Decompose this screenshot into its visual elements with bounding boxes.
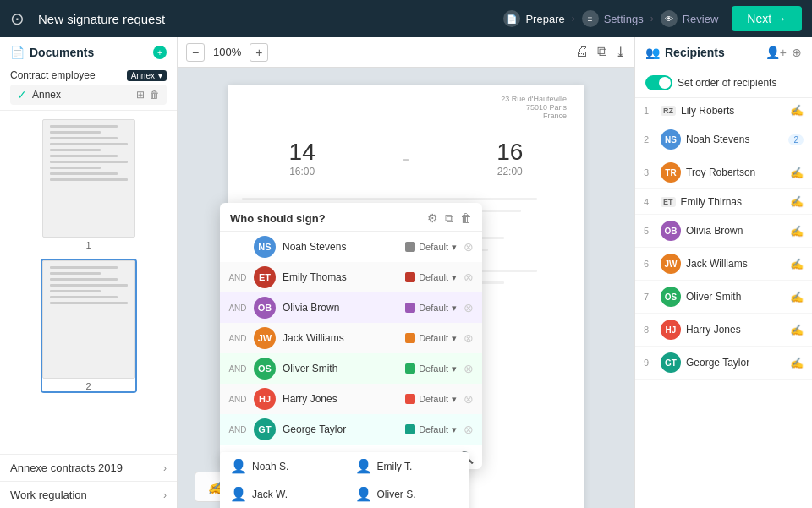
recipient-action-9[interactable]: ✍ <box>790 357 804 369</box>
type-box-5 <box>405 394 415 404</box>
annex-name: Annex <box>32 89 61 101</box>
sign-popup-title: Who should sign? <box>230 212 326 225</box>
step-settings-label: Settings <box>604 13 644 25</box>
recipient-list: 1 RZ Lily Roberts ✍ 2 NS Noah Stevens 2 … <box>635 98 812 508</box>
annex-delete-icon[interactable]: 🗑 <box>150 89 160 101</box>
step-arrow-2: › <box>650 13 654 25</box>
add-document-button[interactable]: + <box>153 46 167 59</box>
recipient-name-5: Olivia Brown <box>686 225 785 237</box>
download-icon[interactable]: ⤓ <box>615 44 626 60</box>
type-chevron-3: ▾ <box>452 333 457 344</box>
annex-badge[interactable]: Annex ▾ <box>127 70 167 81</box>
recipient-avatar-2: NS <box>661 129 681 150</box>
recipient-item-1: 1 RZ Lily Roberts ✍ <box>635 98 812 123</box>
recipient-action-4[interactable]: ✍ <box>790 195 804 208</box>
documents-section: 📄 Documents + <box>0 37 177 64</box>
date-end-time: 22:00 <box>497 166 523 178</box>
signer-type-4[interactable]: Default ▾ <box>405 363 457 374</box>
signer-remove-4[interactable]: ⊗ <box>464 362 474 375</box>
order-label: Set order of recipients <box>678 77 776 89</box>
signer-remove-3[interactable]: ⊗ <box>464 331 474 345</box>
recipients-menu-icon[interactable]: ⊕ <box>792 46 802 59</box>
step-settings[interactable]: ≡ Settings <box>582 10 644 27</box>
signer-type-0[interactable]: Default ▾ <box>405 242 457 253</box>
signer-remove-5[interactable]: ⊗ <box>464 392 474 406</box>
document-thumbnails: 1 2 <box>0 111 177 454</box>
suggestion-oliver[interactable]: 👤 Oliver S. <box>345 480 470 508</box>
recipient-name-6: Jack Williams <box>686 258 785 270</box>
signer-avatar-0: NS <box>254 236 276 258</box>
step-review[interactable]: 👁 Review <box>661 10 719 27</box>
recipient-item-6: 6 JW Jack Williams ✍ <box>635 248 812 281</box>
add-recipient-icon[interactable]: 👤+ <box>765 46 787 59</box>
recipient-item-7: 7 OS Oliver Smith ✍ <box>635 281 812 314</box>
signer-type-3[interactable]: Default ▾ <box>405 333 457 344</box>
type-box-4 <box>405 363 415 374</box>
signer-avatar-5: HJ <box>254 388 276 410</box>
signer-row-4: AND OS Oliver Smith Default ▾ ⊗ <box>220 353 482 384</box>
work-regulation-arrow-icon: › <box>163 489 167 501</box>
delete-popup-icon[interactable]: 🗑 <box>460 211 472 226</box>
signer-row-1: AND ET Emily Thomas Default ▾ ⊗ <box>220 262 482 292</box>
order-toggle-switch[interactable] <box>645 75 672 90</box>
print-icon[interactable]: 🖨 <box>575 44 589 60</box>
signer-type-5[interactable]: Default ▾ <box>405 394 457 405</box>
recipient-action-6[interactable]: ✍ <box>790 258 804 270</box>
recipients-panel: 👥 Recipients 👤+ ⊕ Set order of recipient… <box>634 37 812 508</box>
copy-popup-icon[interactable]: ⧉ <box>445 211 453 226</box>
signer-row-6: AND GT George Taylor Default ▾ ⊗ <box>220 414 482 445</box>
recipient-avatar-9: GT <box>661 352 681 373</box>
recipient-action-3[interactable]: ✍ <box>790 167 804 179</box>
recipient-action-8[interactable]: ✍ <box>790 324 804 336</box>
recipient-avatar-8: HJ <box>661 320 681 340</box>
signer-remove-0[interactable]: ⊗ <box>464 240 474 254</box>
recipients-title: 👥 Recipients <box>645 46 725 59</box>
step-prepare[interactable]: 📄 Prepare <box>503 10 564 27</box>
signer-avatar-6: GT <box>254 418 276 440</box>
recipient-name-4: Emily Thirnas <box>681 196 785 208</box>
header-steps: 📄 Prepare › ≡ Settings › 👁 Review <box>503 10 718 27</box>
signer-type-2[interactable]: Default ▾ <box>405 303 457 314</box>
signer-remove-2[interactable]: ⊗ <box>464 301 474 314</box>
recipient-badge-2: 2 <box>788 134 804 145</box>
recipient-name-1: Lily Roberts <box>681 105 785 117</box>
doc-thumb-2[interactable]: 2 <box>41 259 137 393</box>
annex-copy-icon[interactable]: ⊞ <box>136 89 145 101</box>
annexe-group-label: Annexe contracts 2019 <box>10 462 123 474</box>
signer-name-0: Noah Stevens <box>283 241 398 253</box>
canvas-scroll[interactable]: 23 Rue d'Hauteville75010 ParisFrance 14 … <box>178 68 634 508</box>
sidebar-group-work-regulation[interactable]: Work regulation › <box>0 481 177 508</box>
recipient-action-7[interactable]: ✍ <box>790 291 804 303</box>
suggestion-emily[interactable]: 👤 Emily T. <box>345 452 470 480</box>
sign-popup: Who should sign? ⚙ ⧉ 🗑 NS Noah Stevens D… <box>220 203 482 469</box>
header: ⊙ New signature request 📄 Prepare › ≡ Se… <box>0 0 812 37</box>
recipient-num-9: 9 <box>644 358 656 368</box>
suggestion-noah[interactable]: 👤 Noah S. <box>220 452 345 480</box>
settings-popup-icon[interactable]: ⚙ <box>427 211 438 226</box>
signer-remove-1[interactable]: ⊗ <box>464 270 474 284</box>
copy-icon[interactable]: ⧉ <box>597 44 606 60</box>
sidebar-group-annexe[interactable]: Annexe contracts 2019 › <box>0 454 177 481</box>
step-prepare-label: Prepare <box>525 13 564 25</box>
recipient-action-5[interactable]: ✍ <box>790 225 804 238</box>
sign-popup-actions: ⚙ ⧉ 🗑 <box>427 211 472 226</box>
recipient-action-1[interactable]: ✍ <box>790 104 804 117</box>
app-logo-icon[interactable]: ⊙ <box>10 8 25 29</box>
next-button[interactable]: Next → <box>732 6 802 31</box>
signer-row-5: AND HJ Harry Jones Default ▾ ⊗ <box>220 384 482 414</box>
doc-date-row: 14 16:00 - 16 22:00 <box>228 130 584 186</box>
type-chevron-4: ▾ <box>452 363 457 374</box>
doc-thumb-1[interactable]: 1 <box>41 117 137 252</box>
suggestion-jack[interactable]: 👤 Jack W. <box>220 480 345 508</box>
signer-type-1[interactable]: Default ▾ <box>405 272 457 283</box>
recipient-initials-1: RZ <box>661 106 676 116</box>
signer-type-6[interactable]: Default ▾ <box>405 424 457 435</box>
recipient-num-8: 8 <box>644 325 656 335</box>
suggestion-emily-icon: 👤 <box>355 458 372 474</box>
contract-label: Contract employee <box>10 69 96 81</box>
zoom-out-button[interactable]: − <box>186 43 205 62</box>
zoom-in-button[interactable]: + <box>250 43 268 62</box>
type-chevron-2: ▾ <box>452 303 457 314</box>
signer-remove-6[interactable]: ⊗ <box>464 423 474 436</box>
signer-name-2: Olivia Brown <box>283 302 398 314</box>
